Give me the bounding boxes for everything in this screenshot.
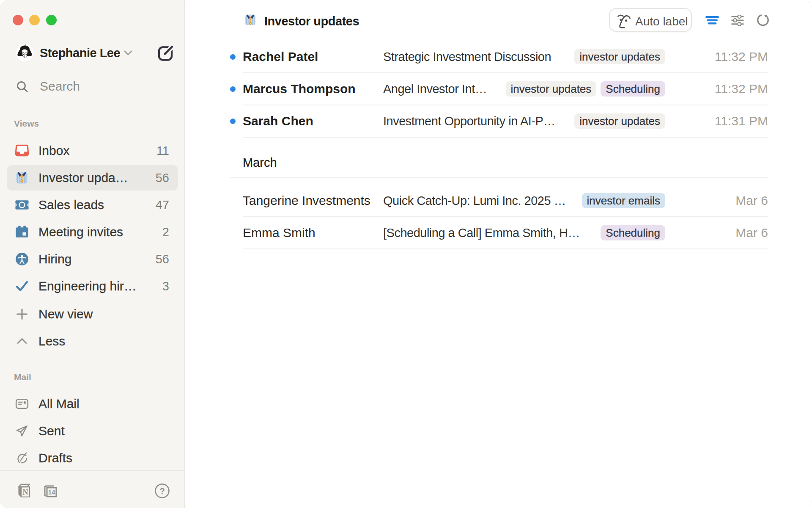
svg-text:N: N <box>23 488 28 497</box>
svg-text:14: 14 <box>48 489 55 496</box>
svg-text:?: ? <box>159 486 165 496</box>
